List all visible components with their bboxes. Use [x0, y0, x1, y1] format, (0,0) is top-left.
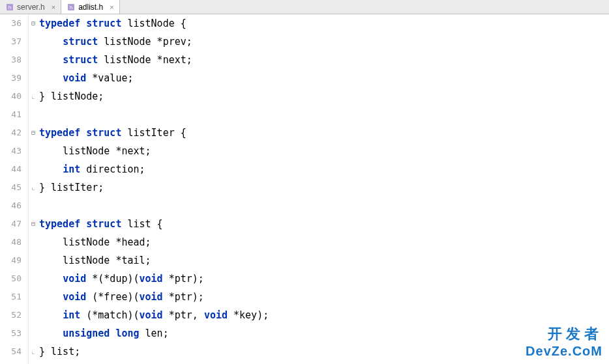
- line-number: 54: [0, 343, 22, 361]
- line-number: 48: [0, 233, 22, 251]
- editor-area: 36373839404142434445464748495051525354 ⊟…: [0, 14, 609, 364]
- c-header-file-icon: h: [67, 3, 76, 12]
- code-line[interactable]: void *(*dup)(void *ptr);: [39, 270, 609, 288]
- code-line[interactable]: struct listNode *prev;: [39, 33, 609, 51]
- fold-marker: [29, 142, 38, 160]
- fold-marker[interactable]: ⊟: [29, 14, 38, 33]
- tab-label: server.h: [17, 3, 45, 12]
- line-number: 53: [0, 324, 22, 343]
- line-number: 37: [0, 33, 22, 51]
- code-line[interactable]: void *value;: [39, 69, 609, 87]
- fold-marker: [29, 105, 38, 124]
- close-icon[interactable]: ×: [110, 3, 113, 11]
- code-line[interactable]: } listIter;: [39, 178, 609, 197]
- line-number: 42: [0, 124, 22, 142]
- line-number: 45: [0, 178, 22, 197]
- code-line[interactable]: void (*free)(void *ptr);: [39, 288, 609, 306]
- line-number-gutter: 36373839404142434445464748495051525354: [0, 14, 29, 364]
- line-number: 50: [0, 270, 22, 288]
- tab-label: adlist.h: [78, 3, 103, 12]
- tab-server-h[interactable]: hserver.h×: [0, 0, 61, 14]
- code-line[interactable]: } list;: [39, 343, 609, 361]
- code-content[interactable]: typedef struct listNode { struct listNod…: [38, 14, 609, 364]
- fold-marker: [29, 160, 38, 178]
- svg-text:h: h: [8, 5, 11, 10]
- code-line[interactable]: [39, 197, 609, 215]
- fold-marker: [29, 288, 38, 306]
- fold-marker: [29, 233, 38, 251]
- fold-marker: [29, 306, 38, 324]
- code-line[interactable]: int (*match)(void *ptr, void *key);: [39, 306, 609, 324]
- line-number: 44: [0, 160, 22, 178]
- tab-bar: hserver.h×hadlist.h×: [0, 0, 609, 14]
- fold-marker[interactable]: ⌞: [29, 178, 38, 197]
- code-line[interactable]: int direction;: [39, 160, 609, 178]
- code-line[interactable]: listNode *tail;: [39, 251, 609, 270]
- fold-marker: [29, 251, 38, 270]
- code-line[interactable]: typedef struct list {: [39, 215, 609, 233]
- line-number: 39: [0, 69, 22, 87]
- code-line[interactable]: [39, 105, 609, 124]
- fold-marker[interactable]: ⌞: [29, 343, 38, 361]
- code-line[interactable]: unsigned long len;: [39, 324, 609, 343]
- fold-marker[interactable]: ⊟: [29, 124, 38, 142]
- code-line[interactable]: } listNode;: [39, 87, 609, 105]
- tab-adlist-h[interactable]: hadlist.h×: [61, 0, 119, 14]
- fold-marker: [29, 69, 38, 87]
- code-line[interactable]: listNode *head;: [39, 233, 609, 251]
- fold-marker: [29, 197, 38, 215]
- fold-marker[interactable]: ⌞: [29, 87, 38, 105]
- line-number: 47: [0, 215, 22, 233]
- fold-marker: [29, 51, 38, 69]
- fold-gutter: ⊟⌞⊟⌞⊟⌞: [29, 14, 38, 364]
- line-number: 36: [0, 14, 22, 33]
- fold-marker: [29, 270, 38, 288]
- fold-marker: [29, 324, 38, 343]
- code-line[interactable]: listNode *next;: [39, 142, 609, 160]
- fold-marker: [29, 33, 38, 51]
- line-number: 46: [0, 197, 22, 215]
- line-number: 49: [0, 251, 22, 270]
- line-number: 41: [0, 105, 22, 124]
- line-number: 43: [0, 142, 22, 160]
- line-number: 51: [0, 288, 22, 306]
- code-line[interactable]: struct listNode *next;: [39, 51, 609, 69]
- line-number: 40: [0, 87, 22, 105]
- line-number: 38: [0, 51, 22, 69]
- line-number: 52: [0, 306, 22, 324]
- code-line[interactable]: typedef struct listNode {: [39, 14, 609, 33]
- svg-text:h: h: [70, 5, 72, 10]
- c-header-file-icon: h: [5, 3, 14, 12]
- close-icon[interactable]: ×: [52, 3, 55, 11]
- code-line[interactable]: typedef struct listIter {: [39, 124, 609, 142]
- fold-marker[interactable]: ⊟: [29, 215, 38, 233]
